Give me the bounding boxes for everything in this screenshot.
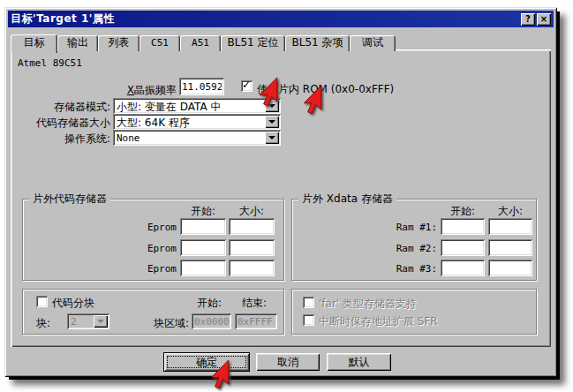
tab-bl51-locate[interactable]: BL51 定位: [221, 35, 285, 51]
code-banking-group: 代码分块 开始: 结束: 块: 2 块区域:: [22, 289, 284, 335]
close-icon[interactable]: ×: [537, 13, 551, 26]
cursor-arrow-icon: [210, 359, 230, 389]
tab-output[interactable]: 输出: [57, 35, 98, 51]
column-start-header: 开始:: [441, 204, 485, 219]
default-button[interactable]: 默认: [327, 353, 391, 371]
tab-c51[interactable]: C51: [139, 35, 180, 51]
use-onchip-rom-checkbox[interactable]: ✓: [241, 80, 253, 92]
eprom1-size-input[interactable]: [229, 218, 275, 235]
misc-options-group: 'far' 类型存储器支持 中断时保存地址扩展 SFR: [291, 289, 537, 335]
operating-system-label: 操作系统:: [11, 132, 110, 147]
tab-listing[interactable]: 列表: [98, 35, 139, 51]
save-sfr-label: 中断时保存地址扩展 SFR: [319, 314, 438, 329]
ram2-row-label: Ram #2:: [363, 243, 437, 254]
ram3-start-input[interactable]: [441, 260, 485, 276]
memory-model-label: 存储器模式:: [11, 100, 110, 115]
eprom3-size-input[interactable]: [229, 260, 275, 276]
offchip-code-memory-title: 片外代码存储器: [29, 192, 110, 207]
bank-area-end-input: [235, 313, 277, 329]
eprom2-start-input[interactable]: [180, 239, 226, 256]
code-banking-label: 代码分块: [52, 296, 94, 311]
ram1-row-label: Ram #1:: [363, 222, 437, 233]
ram2-start-input[interactable]: [441, 239, 485, 256]
ram1-start-input[interactable]: [441, 218, 485, 235]
eprom2-size-input[interactable]: [229, 239, 275, 256]
offchip-code-memory-group: 片外代码存储器 开始: 大小: Eprom Eprom Eprom: [22, 199, 284, 281]
column-start-header: 开始:: [180, 204, 226, 219]
column-end-header: 结束:: [232, 296, 276, 311]
chevron-down-icon[interactable]: [265, 116, 279, 128]
ram1-size-input[interactable]: [488, 218, 532, 235]
column-size-header: 大小:: [229, 204, 275, 219]
eprom-row-label: Eprom: [111, 263, 177, 275]
column-start-header: 开始:: [187, 296, 231, 311]
tab-bl51-misc[interactable]: BL51 杂项: [285, 35, 350, 51]
offchip-xdata-memory-group: 片外 Xdata 存储器 开始: 大小: Ram #1: Ram #2: Ram…: [291, 199, 537, 281]
eprom-row-label: Eprom: [111, 243, 177, 254]
far-memory-support-label: 'far' 类型存储器支持: [319, 297, 417, 312]
offchip-xdata-memory-title: 片外 Xdata 存储器: [298, 192, 396, 207]
checkmark-icon: ✓: [242, 79, 251, 91]
bank-area-label: 块区域:: [129, 316, 189, 331]
tab-strip: 目标 输出 列表 C51 A51 BL51 定位 BL51 杂项 调试: [11, 33, 396, 51]
code-banking-checkbox[interactable]: [36, 296, 48, 307]
tab-a51[interactable]: A51: [180, 35, 221, 51]
code-rom-size-combobox[interactable]: 大型: 64K 程序: [113, 114, 281, 130]
save-sfr-checkbox: [303, 314, 314, 326]
target-properties-dialog: 目标'Target 1'属性 ? × 目标 输出 列表 C51 A51 BL51…: [4, 7, 557, 377]
titlebar[interactable]: 目标'Target 1'属性 ? ×: [8, 11, 554, 27]
memory-model-combobox[interactable]: 小型: 变量在 DATA 中: [113, 98, 281, 114]
device-label: Atmel 89C51: [18, 57, 82, 69]
ram2-size-input[interactable]: [488, 239, 532, 256]
ok-button[interactable]: 确定: [163, 352, 250, 372]
eprom3-start-input[interactable]: [180, 260, 226, 276]
bank-area-start-input: [192, 313, 231, 329]
ram3-row-label: Ram #3:: [363, 263, 437, 275]
tab-debug[interactable]: 调试: [350, 35, 396, 51]
cancel-button[interactable]: 取消: [256, 353, 320, 371]
banks-label: 块:: [36, 316, 50, 331]
help-icon[interactable]: ?: [521, 13, 535, 26]
chevron-down-icon: [94, 315, 108, 328]
operating-system-combobox[interactable]: None: [113, 130, 281, 146]
far-memory-support-checkbox: [303, 297, 314, 308]
chevron-down-icon[interactable]: [265, 132, 279, 144]
column-size-header: 大小:: [488, 204, 532, 219]
dialog-title: 目标'Target 1'属性: [11, 11, 519, 26]
desktop: 目标'Target 1'属性 ? × 目标 输出 列表 C51 A51 BL51…: [0, 0, 573, 392]
xtal-frequency-input[interactable]: [179, 78, 224, 95]
tab-page-target: Atmel 89C51 X晶振频率 ✓ 使用片内 ROM (0x0-0xFFF)…: [11, 49, 551, 347]
banks-combobox: 2: [67, 313, 109, 329]
code-rom-size-label: 代码存储器大小: [11, 116, 110, 131]
cursor-arrow-icon: [259, 77, 279, 107]
eprom1-start-input[interactable]: [180, 218, 226, 235]
xtal-frequency-label: X晶振频率: [81, 83, 177, 98]
eprom-row-label: Eprom: [111, 222, 177, 233]
ram3-size-input[interactable]: [488, 260, 532, 276]
tab-target[interactable]: 目标: [11, 34, 57, 53]
cursor-arrow-icon: [303, 85, 323, 115]
